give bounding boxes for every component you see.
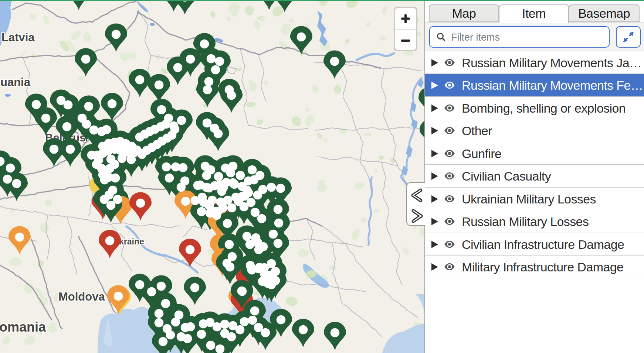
svg-text:Moldova: Moldova [58, 290, 105, 303]
svg-text:omania: omania [0, 319, 46, 335]
svg-text:uania: uania [0, 76, 31, 89]
svg-text:Latvia: Latvia [1, 31, 35, 44]
svg-text:kraine: kraine [119, 237, 144, 246]
